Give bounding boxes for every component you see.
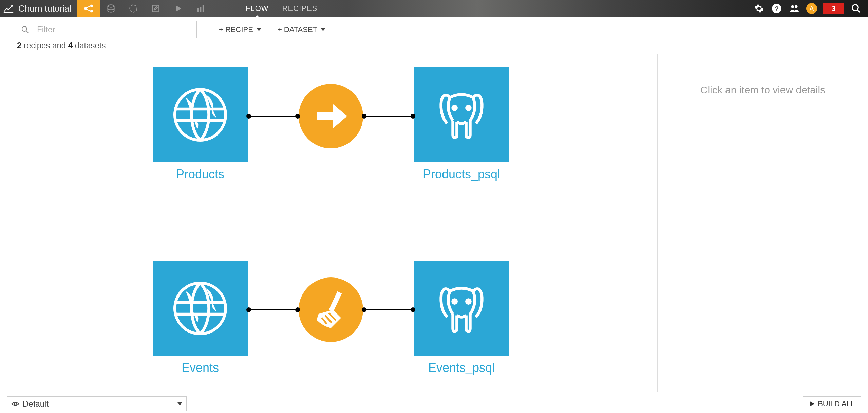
- svg-point-3: [108, 5, 114, 7]
- flow-edge: [363, 116, 414, 117]
- add-dataset-button[interactable]: + DATASET: [272, 21, 331, 38]
- svg-point-13: [852, 5, 858, 11]
- postgres-elephant-icon: [433, 280, 490, 337]
- search-icon: [17, 21, 33, 38]
- dataset-events[interactable]: Events: [153, 261, 248, 375]
- user-avatar[interactable]: A: [806, 3, 817, 14]
- svg-point-12: [795, 5, 798, 8]
- postgres-elephant-icon: [433, 86, 490, 144]
- dataset-tile: [414, 67, 509, 162]
- svg-rect-7: [200, 7, 202, 12]
- view-selector[interactable]: Default: [7, 396, 187, 411]
- top-nav: Churn tutorial FLOW RECIPES ? A 3: [0, 0, 868, 17]
- flow-edge: [248, 309, 299, 310]
- dataset-tile: [153, 67, 248, 162]
- recipe-prepare[interactable]: [299, 277, 363, 342]
- svg-point-11: [791, 5, 794, 8]
- add-recipe-button[interactable]: + RECIPE: [213, 21, 267, 38]
- topbar-right: ? A 3: [753, 3, 868, 14]
- dataset-products-psql[interactable]: Products_psql: [414, 67, 509, 181]
- dataset-tile: [153, 261, 248, 356]
- svg-point-18: [175, 283, 226, 334]
- flow-toolbar: + RECIPE + DATASET: [0, 17, 868, 40]
- filter-input[interactable]: [33, 25, 196, 34]
- sync-arrow-icon: [310, 96, 351, 137]
- svg-rect-8: [203, 5, 204, 12]
- svg-rect-5: [153, 5, 159, 12]
- bottom-bar: Default BUILD ALL: [0, 394, 868, 413]
- svg-point-15: [175, 89, 226, 140]
- settings-icon[interactable]: [753, 3, 765, 14]
- flow-row: Events: [153, 261, 509, 375]
- svg-point-2: [90, 10, 93, 13]
- dataset-label: Events_psql: [428, 361, 495, 375]
- details-panel: Click an item to view details: [658, 54, 868, 392]
- chevron-down-icon: [177, 402, 182, 405]
- svg-text:?: ?: [775, 5, 779, 13]
- flow-edge: [248, 116, 299, 117]
- tab-recipes[interactable]: RECIPES: [282, 0, 318, 17]
- global-search-icon[interactable]: [850, 3, 862, 14]
- dataset-tile: [414, 261, 509, 356]
- build-all-label: BUILD ALL: [818, 399, 855, 408]
- globe-icon: [171, 86, 229, 144]
- filter-box: [17, 21, 197, 38]
- jobs-nav-icon[interactable]: [167, 0, 189, 17]
- flow-canvas[interactable]: Products Product: [0, 54, 658, 392]
- dataset-label: Products: [176, 167, 224, 181]
- add-recipe-label: + RECIPE: [219, 25, 253, 34]
- svg-point-1: [90, 5, 93, 7]
- recipe-sync[interactable]: [299, 84, 363, 148]
- svg-point-21: [467, 300, 470, 303]
- flow-nav-icon[interactable]: [77, 0, 100, 17]
- chevron-down-icon: [257, 28, 261, 31]
- flow-edge: [363, 309, 414, 310]
- alerts-badge[interactable]: 3: [823, 3, 844, 14]
- svg-point-14: [22, 26, 27, 31]
- eye-icon: [11, 400, 19, 408]
- svg-point-20: [453, 300, 456, 303]
- datasets-nav-icon[interactable]: [100, 0, 122, 17]
- dashboards-nav-icon[interactable]: [189, 0, 212, 17]
- dataiku-logo-icon[interactable]: [0, 0, 17, 17]
- help-icon[interactable]: ?: [771, 3, 782, 14]
- notebook-nav-icon[interactable]: [145, 0, 167, 17]
- item-counts: 2 recipes and 4 datasets: [0, 40, 868, 54]
- details-placeholder: Click an item to view details: [658, 84, 868, 96]
- svg-point-17: [467, 106, 470, 110]
- subnav-tabs: FLOW RECIPES: [246, 0, 317, 17]
- flow-row: Products Product: [153, 67, 509, 181]
- dataset-label: Products_psql: [423, 167, 500, 181]
- svg-point-22: [14, 403, 16, 405]
- svg-rect-19: [329, 291, 342, 312]
- svg-point-16: [453, 106, 456, 110]
- broom-icon: [310, 289, 351, 330]
- dataset-events-psql[interactable]: Events_psql: [414, 261, 509, 375]
- globe-icon: [171, 280, 229, 337]
- tab-flow[interactable]: FLOW: [246, 0, 269, 17]
- view-label: Default: [23, 399, 49, 409]
- users-icon[interactable]: [789, 3, 800, 14]
- project-title[interactable]: Churn tutorial: [17, 3, 77, 14]
- dataset-products[interactable]: Products: [153, 67, 248, 181]
- play-icon: [809, 401, 815, 407]
- svg-point-4: [130, 5, 137, 12]
- svg-rect-6: [197, 8, 199, 12]
- main-area: Products Product: [0, 54, 868, 392]
- dataset-label: Events: [182, 361, 219, 375]
- build-all-button[interactable]: BUILD ALL: [803, 396, 861, 411]
- analysis-nav-icon[interactable]: [122, 0, 145, 17]
- add-dataset-label: + DATASET: [278, 25, 317, 34]
- chevron-down-icon: [321, 28, 325, 31]
